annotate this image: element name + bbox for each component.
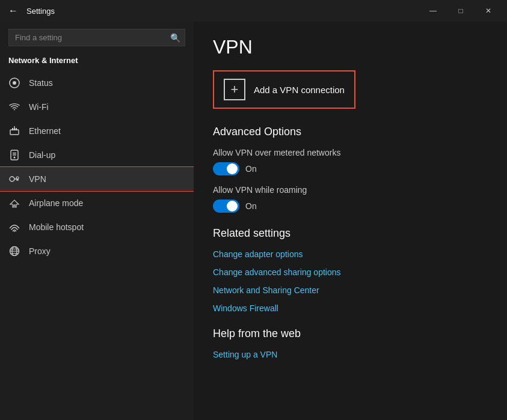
main-layout: 🔍 Network & Internet Status Wi- xyxy=(0,22,507,420)
sidebar-item-label-ethernet: Ethernet xyxy=(29,126,61,136)
close-icon: ✕ xyxy=(485,7,491,15)
svg-point-1 xyxy=(13,81,16,85)
svg-rect-2 xyxy=(10,130,19,135)
sidebar-item-label-vpn: VPN xyxy=(29,174,46,184)
status-icon xyxy=(8,77,20,89)
link-change-sharing[interactable]: Change advanced sharing options xyxy=(213,267,488,277)
svg-rect-5 xyxy=(16,128,17,130)
toggle-metered-label: Allow VPN over metered networks xyxy=(213,148,488,157)
sidebar-item-dialup[interactable]: Dial-up xyxy=(0,143,194,167)
link-setting-up-vpn[interactable]: Setting up a VPN xyxy=(213,350,488,359)
dialup-icon xyxy=(8,149,20,161)
sidebar-item-label-hotspot: Mobile hotspot xyxy=(29,222,84,232)
sidebar-item-wifi[interactable]: Wi-Fi xyxy=(0,95,194,119)
related-settings-heading: Related settings xyxy=(213,227,488,240)
sidebar-item-status[interactable]: Status xyxy=(0,71,194,95)
hotspot-icon xyxy=(8,221,20,233)
toggle-metered-thumb xyxy=(227,163,238,174)
svg-rect-3 xyxy=(12,128,13,130)
sidebar-item-airplane[interactable]: Airplane mode xyxy=(0,191,194,215)
link-windows-firewall[interactable]: Windows Firewall xyxy=(213,303,488,313)
sidebar-item-vpn[interactable]: VPN xyxy=(0,167,194,191)
back-button[interactable]: ← xyxy=(5,2,22,19)
sidebar-item-label-wifi: Wi-Fi xyxy=(29,102,49,112)
airplane-icon xyxy=(8,197,20,209)
toggle-roaming[interactable] xyxy=(213,199,239,213)
wifi-icon xyxy=(8,101,20,113)
svg-rect-8 xyxy=(13,153,16,154)
page-title: VPN xyxy=(213,36,488,58)
advanced-options-heading: Advanced Options xyxy=(213,126,488,138)
vpn-icon xyxy=(8,173,20,185)
help-heading: Help from the web xyxy=(213,327,488,340)
svg-point-10 xyxy=(14,157,16,159)
back-icon: ← xyxy=(8,5,18,16)
sidebar: 🔍 Network & Internet Status Wi- xyxy=(0,22,194,420)
search-input[interactable] xyxy=(8,29,185,46)
toggle-roaming-row: Allow VPN while roaming On xyxy=(213,185,488,213)
sidebar-item-label-dialup: Dial-up xyxy=(29,150,55,160)
toggle-metered-state: On xyxy=(245,164,257,174)
ethernet-icon xyxy=(8,125,20,137)
close-button[interactable]: ✕ xyxy=(475,0,502,22)
svg-rect-9 xyxy=(13,154,16,156)
related-settings-section: Related settings Change adapter options … xyxy=(213,227,488,313)
help-section: Help from the web Setting up a VPN xyxy=(213,327,488,359)
maximize-icon: □ xyxy=(458,7,462,15)
minimize-button[interactable]: — xyxy=(419,0,447,22)
maximize-button[interactable]: □ xyxy=(447,0,475,22)
svg-point-11 xyxy=(10,177,14,181)
sidebar-item-label-proxy: Proxy xyxy=(29,246,51,256)
sidebar-item-label-status: Status xyxy=(29,78,53,88)
title-bar: ← Settings — □ ✕ xyxy=(0,0,507,22)
sidebar-item-label-airplane: Airplane mode xyxy=(29,198,83,208)
link-network-sharing-center[interactable]: Network and Sharing Center xyxy=(213,285,488,295)
toggle-roaming-state: On xyxy=(245,201,257,211)
search-container: 🔍 xyxy=(8,29,185,46)
link-change-adapter[interactable]: Change adapter options xyxy=(213,249,488,259)
content-area: VPN + Add a VPN connection Advanced Opti… xyxy=(194,22,507,420)
add-vpn-label: Add a VPN connection xyxy=(254,85,345,95)
proxy-icon xyxy=(8,245,20,257)
minimize-icon: — xyxy=(429,7,437,15)
toggle-metered-row: Allow VPN over metered networks On xyxy=(213,148,488,175)
window-controls: — □ ✕ xyxy=(419,0,502,22)
sidebar-item-hotspot[interactable]: Mobile hotspot xyxy=(0,215,194,239)
toggle-roaming-thumb xyxy=(227,201,238,212)
add-vpn-button[interactable]: + Add a VPN connection xyxy=(213,70,355,109)
svg-rect-4 xyxy=(14,128,15,130)
toggle-roaming-label: Allow VPN while roaming xyxy=(213,185,488,195)
sidebar-item-ethernet[interactable]: Ethernet xyxy=(0,119,194,143)
add-vpn-plus-icon: + xyxy=(224,79,245,100)
app-title: Settings xyxy=(26,7,55,16)
sidebar-section-title: Network & Internet xyxy=(0,53,194,71)
toggle-metered[interactable] xyxy=(213,162,239,175)
search-icon: 🔍 xyxy=(170,33,180,43)
svg-point-16 xyxy=(14,231,15,233)
sidebar-item-proxy[interactable]: Proxy xyxy=(0,239,194,263)
